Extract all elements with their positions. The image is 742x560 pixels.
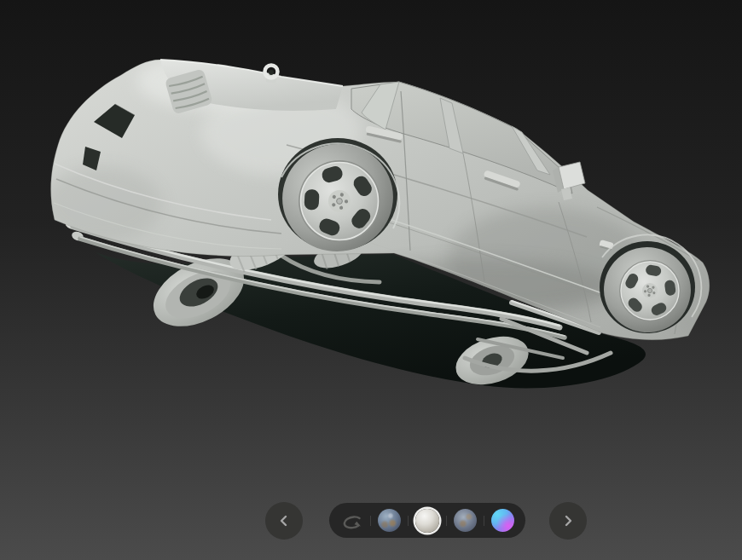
material-gradient-sphere[interactable] xyxy=(491,509,514,532)
next-model-button[interactable] xyxy=(549,502,587,540)
material-environment-sphere-2[interactable] xyxy=(454,509,477,532)
orbit-rotate-icon xyxy=(341,512,363,529)
chevron-right-icon xyxy=(560,513,576,528)
toolbar-divider xyxy=(446,516,447,526)
previous-model-button[interactable] xyxy=(265,502,303,540)
toolbar-divider xyxy=(370,516,371,526)
chevron-left-icon xyxy=(276,513,292,528)
turntable-rotate-button[interactable] xyxy=(341,512,363,529)
material-matcap-gray-sphere[interactable] xyxy=(415,509,439,533)
material-toolbar xyxy=(329,503,525,538)
toolbar-divider xyxy=(408,516,409,526)
viewer-stage xyxy=(0,0,742,560)
toolbar-divider xyxy=(484,516,484,526)
model-viewport[interactable] xyxy=(0,0,742,560)
material-environment-sphere-1[interactable] xyxy=(378,509,401,532)
